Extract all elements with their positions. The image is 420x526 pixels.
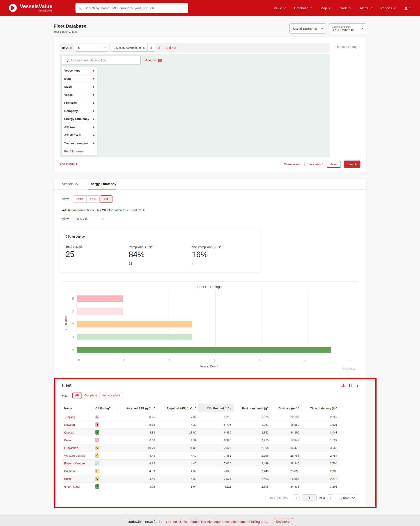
column-header-distance-nm-[interactable]: Distance (nm)e: [271, 404, 301, 413]
saved-searches-select[interactable]: Saved Searches: [289, 23, 326, 34]
condition-in-select[interactable]: in: [75, 44, 108, 52]
category-item-vessel-type[interactable]: Vessel type▶: [61, 67, 97, 75]
chart-x-tick: 12: [348, 358, 351, 362]
co2-cell: 7,375: [199, 444, 233, 452]
vessel-name-link[interactable]: Eastern Venture: [62, 460, 93, 467]
category-item-ais-derived[interactable]: AIS derived▶: [61, 131, 97, 139]
add-condition-input[interactable]: [70, 58, 138, 62]
chevron-down-icon: [352, 497, 355, 499]
nav-item-trade[interactable]: Trade: [339, 6, 351, 10]
nav-item-reports[interactable]: Reports: [380, 6, 396, 10]
chart-bar-e[interactable]: [77, 295, 123, 302]
add-condition-search[interactable]: [61, 56, 140, 65]
vessel-name-link[interactable]: Tuojiang: [62, 413, 93, 421]
category-item-ais-raw[interactable]: AIS raw▶: [61, 123, 97, 132]
search-criteria-card: IMO is in x or and not Remove Group ×: [54, 37, 366, 172]
nav-item-value[interactable]: Value: [274, 6, 286, 10]
see-more-button[interactable]: See more: [273, 518, 293, 525]
column-header-required-aer-g-c-[interactable]: Required AER (g C...e: [157, 404, 199, 413]
chart-bar-d[interactable]: [77, 308, 123, 315]
vesselsvalue-logo[interactable]: VesselsValue Veson Nautical: [8, 3, 52, 12]
condition-in-value: in: [78, 46, 80, 50]
rows-per-page-select[interactable]: 10 rows: [337, 494, 357, 501]
filter-all[interactable]: All: [72, 392, 82, 399]
vessel-name-link[interactable]: Luojiashan: [62, 444, 93, 452]
filter-non-compliant[interactable]: Non compliant: [100, 392, 123, 399]
next-page-button[interactable]: ›: [328, 495, 334, 501]
cii-rating-badge-a: A: [95, 484, 99, 489]
add-group-button[interactable]: Add Group +: [60, 162, 78, 166]
category-item-vessel[interactable]: Vessel▶: [61, 91, 97, 99]
tab-vessels[interactable]: Vessels 27: [62, 179, 78, 190]
or-link[interactable]: or: [158, 46, 160, 50]
period-select[interactable]: 2025 YTD: [73, 216, 106, 222]
columns-icon[interactable]: [349, 384, 353, 387]
nav-item-map[interactable]: Map: [320, 6, 331, 10]
table-row: LuojiashanC10.7011.367,3752,36834,4733,5…: [62, 444, 340, 452]
nav-item-alerts[interactable]: Alerts: [360, 6, 372, 10]
global-search[interactable]: [75, 3, 188, 13]
column-header-co-emitted-t-[interactable]: CO₂ Emitted (t)e ↑: [199, 404, 233, 413]
view-option-cii[interactable]: CII: [100, 195, 113, 203]
vessel-name-link[interactable]: Dover: [62, 436, 93, 444]
search-button[interactable]: Search: [344, 161, 360, 168]
attained-cell: 4.16: [117, 460, 157, 467]
column-header-time-underway-h-[interactable]: Time underway (h)e: [301, 404, 340, 413]
category-item-portfolio-name[interactable]: Portfolio name: [61, 147, 97, 155]
imo-value-input[interactable]: [113, 46, 147, 50]
column-header-fuel-consumed-t-[interactable]: Fuel consumed (t)e: [233, 404, 271, 413]
chart-x-tick: 0: [78, 358, 80, 362]
estimate-flag: e: [195, 406, 196, 409]
fleet-filter-label: Filter:: [62, 394, 69, 397]
view-option-eexi[interactable]: EEXI: [86, 195, 100, 203]
overview-card: Overview Total vessels25Compliant (A-C)e…: [59, 229, 261, 272]
vessel-name-link[interactable]: Bristol: [62, 475, 93, 483]
vessel-name-link[interactable]: Western Venture: [62, 452, 93, 460]
column-header-name[interactable]: Name: [62, 404, 93, 413]
remove-group-button[interactable]: Remove Group ×: [336, 43, 360, 49]
filter-compliant[interactable]: Compliant: [81, 392, 99, 399]
overview-stats: Total vessels25Compliant (A-C)e84%21Non …: [66, 245, 255, 265]
view-option-eedi[interactable]: EEDI: [73, 195, 86, 203]
category-label: Vessel: [64, 93, 73, 97]
cii-rating-badge-d: D: [95, 415, 99, 419]
share-search-link[interactable]: Share search: [284, 162, 301, 166]
global-search-input[interactable]: [84, 6, 185, 10]
prev-page-button[interactable]: ‹: [293, 495, 300, 501]
chart-bar-c[interactable]: [77, 321, 192, 327]
hide-list-button[interactable]: Hide List: [145, 59, 162, 62]
page-number-input[interactable]: [302, 495, 317, 501]
news-headline[interactable]: Greece’s Unisea banks lucrative supramax…: [166, 520, 268, 524]
category-item-built[interactable]: Built▶: [61, 75, 97, 83]
vessel-name-link[interactable]: Green Itaqui: [62, 483, 93, 490]
chevron-right-icon: ▶: [93, 126, 95, 128]
tab-energy-efficiency[interactable]: Energy Efficiency: [89, 179, 116, 190]
clear-value-icon[interactable]: x: [147, 44, 155, 51]
column-header-attained-aer-g-c-[interactable]: Attained AER (g C...e: [117, 404, 157, 413]
chart-bar-a[interactable]: [77, 347, 331, 353]
chart-bar-b[interactable]: [77, 334, 192, 340]
co2-cell: 8,111: [199, 483, 233, 490]
category-item-features[interactable]: Features▶: [61, 99, 97, 107]
chevron-right-icon: ▶: [93, 86, 95, 88]
condition-category-menu: Vessel type▶Built▶Sizes▶Vessel▶Features▶…: [61, 67, 97, 155]
sort-asc-icon: ↑: [229, 407, 231, 410]
export-download-icon[interactable]: [341, 383, 346, 387]
vessel-name-link[interactable]: Newport: [62, 421, 93, 429]
user-menu[interactable]: [404, 6, 411, 10]
category-item-sizes[interactable]: Sizes▶: [61, 83, 97, 91]
co2-cell: 7,628: [199, 467, 233, 475]
category-item-company[interactable]: Company▶: [61, 107, 97, 115]
category-item-transactions[interactable]: TransactionsNew▶: [61, 139, 97, 148]
column-header-cii-rating[interactable]: CII Ratinge: [93, 404, 117, 413]
save-search-link[interactable]: Save search: [308, 162, 324, 166]
vessel-name-link[interactable]: Brighton: [62, 467, 93, 475]
reset-button[interactable]: Reset: [327, 161, 341, 168]
co2-cell: 7,671: [199, 475, 233, 483]
vessel-name-link[interactable]: Quetzal: [62, 429, 93, 436]
info-icon[interactable]: i: [357, 383, 358, 387]
category-item-energy-efficiency[interactable]: Energy Efficiency▶: [61, 115, 97, 123]
historic-searches-select[interactable]: Historic Searches 17 Jul 2025 10...: [329, 23, 366, 34]
nav-item-database[interactable]: Database: [294, 6, 312, 10]
and-not-link[interactable]: and not: [166, 46, 176, 50]
